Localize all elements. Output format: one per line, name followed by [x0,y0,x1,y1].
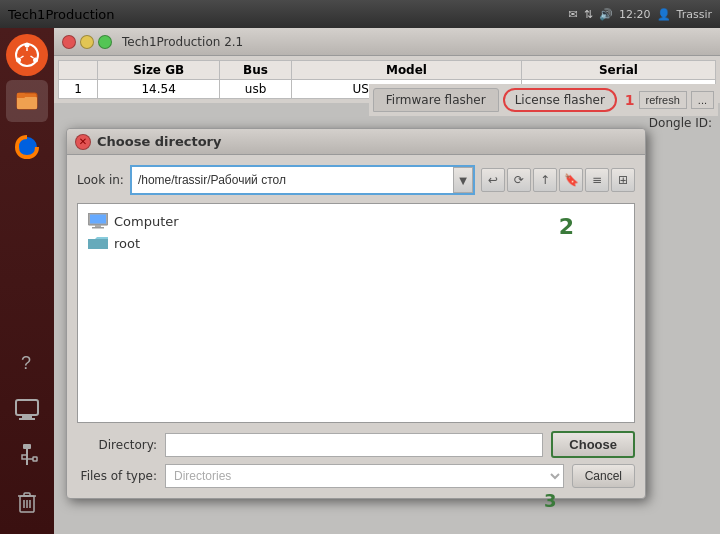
user-icon: 👤 [657,8,671,21]
toolbar-buttons: ↩ ⟳ ↑ 🔖 ≡ ⊞ [481,168,635,192]
svg-rect-9 [17,93,25,98]
firefox-launcher-icon[interactable] [6,126,48,168]
num-badge-2: 2 [559,214,574,239]
back-button[interactable]: ↩ [481,168,505,192]
choose-button[interactable]: Choose [551,431,635,458]
dongle-label: Dongle ID: [649,116,712,130]
col-model: Model [292,61,522,80]
dialog-titlebar: ✕ Choose directory [67,129,645,155]
window-controls [62,35,112,49]
dialog-close-button[interactable]: ✕ [75,134,91,150]
ubuntu-launcher-icon[interactable] [6,34,48,76]
maximize-window-button[interactable] [98,35,112,49]
mail-icon: ✉ [568,8,577,21]
svg-point-11 [22,142,32,152]
look-in-label: Look in: [77,173,124,187]
file-item-root[interactable]: root [84,232,628,254]
cancel-button[interactable]: Cancel [572,464,635,488]
computer-icon [88,213,108,229]
directory-input[interactable] [165,433,543,457]
close-window-button[interactable] [62,35,76,49]
computer-label: Computer [114,214,179,229]
choose-directory-dialog: ✕ Choose directory Look in: ▼ ↩ ⟳ ↑ 🔖 ≡ … [66,128,646,499]
taskbar-icons: ✉ ⇅ 🔊 12:20 👤 Trassir [568,8,712,21]
app-title: Tech1Production 2.1 [122,35,243,49]
look-in-row: Look in: ▼ ↩ ⟳ ↑ 🔖 ≡ ⊞ [77,165,635,195]
tab-license[interactable]: License flasher [503,88,617,112]
sidebar: ? [0,28,54,534]
dialog-bottom: Directory: Choose Files of type: Directo… [77,431,635,488]
tab-firmware[interactable]: Firmware flasher [373,88,499,112]
svg-rect-30 [92,227,104,229]
svg-point-3 [16,58,21,63]
col-num [59,61,98,80]
col-size: Size GB [98,61,220,80]
svg-rect-18 [22,455,27,459]
taskbar: Tech1Production ✉ ⇅ 🔊 12:20 👤 Trassir [0,0,720,28]
row-num: 1 [59,80,98,99]
usb-launcher-icon[interactable] [6,434,48,476]
svg-rect-23 [24,493,30,496]
svg-rect-13 [16,400,38,415]
view-list-button[interactable]: ≡ [585,168,609,192]
col-bus: Bus [220,61,292,80]
path-dropdown-button[interactable]: ▼ [453,167,473,193]
svg-point-2 [33,58,38,63]
app-titlebar: Tech1Production 2.1 [54,28,720,56]
root-label: root [114,236,140,251]
svg-rect-28 [90,215,106,224]
directory-label: Directory: [77,438,157,452]
svg-line-5 [31,56,34,58]
taskbar-title: Tech1Production [8,7,115,22]
directory-row: Directory: Choose [77,431,635,458]
svg-rect-15 [19,418,35,420]
row-bus: usb [220,80,292,99]
clock: 12:20 [619,8,651,21]
refresh-button[interactable]: refresh [639,91,687,109]
trash-launcher-icon[interactable] [6,480,48,522]
files-of-type-row: Files of type: Directories Cancel [77,464,635,488]
col-serial: Serial [521,61,715,80]
volume-icon: 🔊 [599,8,613,21]
help-launcher-icon[interactable]: ? [6,342,48,384]
up-button[interactable]: ↑ [533,168,557,192]
svg-rect-14 [22,415,32,418]
svg-line-6 [21,56,24,58]
svg-rect-16 [23,444,31,449]
view-grid-button[interactable]: ⊞ [611,168,635,192]
folder-icon [88,235,108,251]
svg-point-1 [25,43,30,48]
file-list-area: 2 Computer [77,203,635,423]
username: Trassir [677,8,712,21]
svg-rect-8 [17,97,37,109]
more-button[interactable]: ... [691,91,714,109]
network-icon: ⇅ [584,8,593,21]
dialog-body: Look in: ▼ ↩ ⟳ ↑ 🔖 ≡ ⊞ 2 [67,155,645,498]
display-launcher-icon[interactable] [6,388,48,430]
main-area: Tech1Production 2.1 Size GB Bus Model Se… [54,28,720,534]
bookmarks-button[interactable]: 🔖 [559,168,583,192]
row-size: 14.54 [98,80,220,99]
num-badge-1: 1 [625,92,635,108]
sidebar-bottom [6,434,48,528]
dialog-title: Choose directory [97,134,221,149]
num-badge-3: 3 [544,490,557,511]
svg-text:?: ? [21,353,31,373]
files-of-type-label: Files of type: [77,469,157,483]
files-of-type-select[interactable]: Directories [165,464,564,488]
files-launcher-icon[interactable] [6,80,48,122]
file-item-computer[interactable]: Computer [84,210,628,232]
path-input[interactable] [132,167,453,193]
minimize-window-button[interactable] [80,35,94,49]
svg-rect-20 [33,457,37,461]
forward-button[interactable]: ⟳ [507,168,531,192]
